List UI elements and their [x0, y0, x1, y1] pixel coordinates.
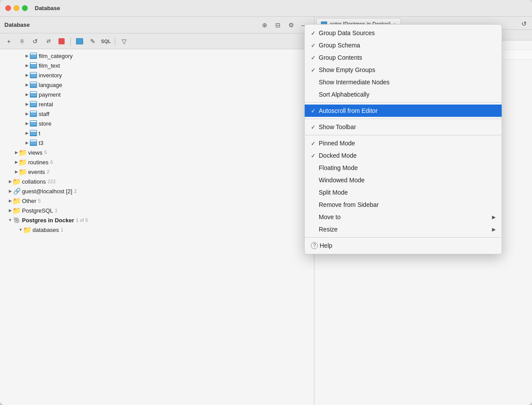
check-icon: ✓ — [311, 67, 319, 73]
menu-item-show-empty-groups[interactable]: ✓ Show Empty Groups — [305, 64, 502, 76]
question-icon: ? — [311, 242, 318, 249]
menu-label: Move to — [319, 213, 492, 221]
menu-separator — [305, 102, 502, 103]
menu-label: Help — [320, 242, 496, 249]
menu-item-floating-mode[interactable]: Floating Mode — [305, 162, 502, 174]
menu-item-help[interactable]: ? Help — [305, 239, 502, 252]
context-menu: ✓ Group Data Sources ✓ Group Schema ✓ Gr… — [304, 24, 502, 254]
check-icon: ✓ — [311, 54, 319, 61]
menu-label: Group Schema — [319, 42, 496, 49]
menu-item-sort-alphabetically[interactable]: Sort Alphabetically — [305, 88, 502, 101]
check-icon: ✓ — [311, 42, 319, 49]
menu-separator — [305, 135, 502, 135]
menu-item-autoscroll[interactable]: ✓ Autoscroll from Editor — [305, 105, 502, 117]
menu-item-resize[interactable]: Resize ▶ — [305, 223, 502, 235]
check-icon: ✓ — [311, 152, 319, 159]
menu-item-show-toolbar[interactable]: ✓ Show Toolbar — [305, 121, 502, 133]
check-icon: ✓ — [311, 124, 319, 130]
main-window: Database Database ⊕ ⊟ ⚙ — + ⎘ ↺ ⇄ — [0, 0, 532, 405]
menu-label: Windowed Mode — [319, 177, 496, 184]
menu-label: Floating Mode — [319, 164, 496, 171]
menu-separator — [305, 119, 502, 119]
menu-label: Group Data Sources — [319, 29, 496, 36]
check-icon: ✓ — [311, 30, 319, 36]
menu-label: Sort Alphabetically — [319, 91, 496, 98]
menu-separator — [305, 237, 502, 238]
menu-label: Pinned Mode — [319, 140, 496, 147]
menu-item-windowed-mode[interactable]: Windowed Mode — [305, 174, 502, 186]
menu-item-group-contents[interactable]: ✓ Group Contents — [305, 51, 502, 64]
menu-label: Remove from Sidebar — [319, 201, 496, 208]
menu-item-docked-mode[interactable]: ✓ Docked Mode — [305, 149, 502, 162]
menu-label: Autoscroll from Editor — [319, 107, 496, 114]
menu-item-group-schema[interactable]: ✓ Group Schema — [305, 39, 502, 51]
check-icon: ✓ — [311, 108, 319, 114]
menu-label: Docked Mode — [319, 152, 496, 159]
dropdown-overlay[interactable]: ✓ Group Data Sources ✓ Group Schema ✓ Gr… — [0, 0, 532, 405]
menu-label: Group Contents — [319, 54, 496, 61]
menu-item-pinned-mode[interactable]: ✓ Pinned Mode — [305, 137, 502, 149]
submenu-arrow-icon: ▶ — [492, 227, 496, 232]
menu-label: Resize — [319, 226, 492, 233]
menu-label: Show Empty Groups — [319, 66, 496, 73]
submenu-arrow-icon: ▶ — [492, 214, 496, 220]
menu-label: Show Toolbar — [319, 123, 496, 130]
menu-item-move-to[interactable]: Move to ▶ — [305, 211, 502, 223]
menu-item-remove-sidebar[interactable]: Remove from Sidebar — [305, 199, 502, 211]
menu-item-split-mode[interactable]: Split Mode — [305, 186, 502, 199]
menu-item-show-intermediate-nodes[interactable]: Show Intermediate Nodes — [305, 76, 502, 88]
menu-item-group-data-sources[interactable]: ✓ Group Data Sources — [305, 27, 502, 39]
menu-label: Show Intermediate Nodes — [319, 79, 496, 86]
menu-label: Split Mode — [319, 189, 496, 196]
check-icon: ✓ — [311, 140, 319, 147]
